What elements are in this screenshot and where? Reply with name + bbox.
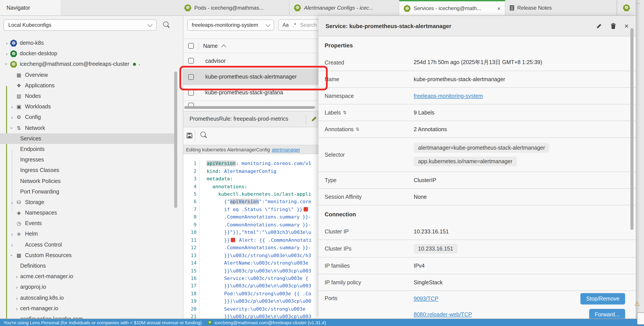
tab-alertmanager-configs-ice[interactable]: ☸Alertmanager Configs - icec...: [290, 0, 399, 15]
sidebar-item-events[interactable]: ◷Events: [0, 218, 174, 228]
sidebar-item-cert-manager-io[interactable]: ›cert-manager.io: [0, 303, 174, 314]
sidebar-item-overview[interactable]: ▦Overview: [0, 70, 174, 80]
chevron-collapsed-icon[interactable]: ›: [14, 284, 20, 290]
chevron-collapsed-icon[interactable]: ›: [14, 316, 20, 318]
stop-removebutton[interactable]: Stop/Remove: [580, 293, 625, 304]
tab-partial[interactable]: ☸: [617, 0, 636, 15]
regex-icon[interactable]: .*: [292, 22, 296, 28]
sidebar-item-config[interactable]: ›⚙Config: [0, 112, 174, 123]
sidebar-item-services[interactable]: Services: [0, 133, 174, 144]
line-code: }}\u003c/p\u003e\n\u003cp\u003: [200, 268, 311, 274]
namespace-link[interactable]: freeleaps-monitoring-system: [414, 93, 483, 99]
navigator-tab[interactable]: Navigator: [0, 0, 60, 15]
sidebar-item-acme-cert-manager-io[interactable]: ›acme.cert-manager.io: [0, 271, 174, 282]
alert-emoji-icon: [231, 238, 235, 242]
sidebar-item-applications[interactable]: ❖Applications: [0, 80, 174, 91]
sidebar-item-access-control[interactable]: ›Access Control: [0, 239, 174, 250]
drawer-row-labels: Labels⇅9 Labels: [318, 104, 636, 121]
sidebar-item-network[interactable]: ›⇅Network: [0, 123, 174, 133]
delete-trash-icon[interactable]: [610, 22, 616, 29]
chevron-collapsed-icon[interactable]: ›: [4, 51, 10, 56]
sidebar-item-icecheng-mathmast-com-freeleaps-cluster[interactable]: ›☸icecheng@mathmast.com@freeleaps-cluste…: [0, 59, 174, 70]
chevron-collapsed-icon[interactable]: ›: [14, 274, 20, 279]
edit-pencil-icon[interactable]: [310, 116, 318, 123]
kubeconfig-select[interactable]: Local Kubeconfigs: [4, 19, 156, 31]
port-link[interactable]: 8080:reloader-web/TCP: [414, 312, 472, 318]
open-cluster-chevron[interactable]: ›: [139, 62, 140, 67]
sidebar-item-network-policies[interactable]: Network Policies: [0, 176, 174, 186]
line-number: 1: [183, 160, 200, 168]
name-column-header[interactable]: Name: [203, 43, 218, 49]
chevron-expanded-icon[interactable]: ›: [10, 124, 15, 131]
port-link[interactable]: 9093/TCP: [414, 296, 438, 302]
sidebar-item-endpoints[interactable]: Endpoints: [0, 144, 174, 154]
sidebar-item-custom-resources[interactable]: ›▩Custom Resources: [0, 250, 174, 260]
tab-label: Release Notes: [517, 4, 552, 11]
sidebar-item-port-forwarding[interactable]: Port Forwarding: [0, 186, 174, 197]
sidebar-item-label: Events: [25, 220, 42, 226]
sidebar-item-storage[interactable]: ›⛁Storage: [0, 197, 174, 208]
chevron-collapsed-icon[interactable]: ›: [9, 115, 15, 120]
sidebar-item-workloads[interactable]: ›▣Workloads: [0, 101, 174, 112]
helm-icon: ⎈: [15, 231, 22, 237]
drawer-row-ports: Ports9093/TCPStop/Remove8080:reloader-we…: [318, 291, 636, 318]
toolbar-divider: [195, 130, 195, 141]
expand-toggle-icon[interactable]: ⇅: [343, 110, 347, 115]
sidebar-item-demo-k8s[interactable]: ›☸demo-k8s: [0, 38, 174, 48]
sidebar-item-argoproj-io[interactable]: ›argoproj.io: [0, 282, 174, 292]
lens-window: Navigator ☸Pods - icecheng@mathmas...☸Al…: [0, 0, 644, 326]
chevron-expanded-icon[interactable]: ›: [4, 61, 10, 68]
tab-label: Pods - icecheng@mathmas...: [194, 4, 264, 11]
chevron-collapsed-icon[interactable]: ›: [9, 232, 15, 237]
tab-services-icecheng-math-[interactable]: ☸Services - icecheng@math...×: [399, 0, 505, 15]
editor-search-icon[interactable]: [200, 132, 206, 137]
connected-status-dot: [133, 63, 136, 66]
line-number: 16: [183, 275, 200, 282]
chevron-collapsed-icon[interactable]: ›: [9, 242, 15, 247]
tab-pods-icecheng-mathmas-[interactable]: ☸Pods - icecheng@mathmas...: [180, 0, 290, 15]
close-icon[interactable]: ×: [624, 22, 629, 30]
expand-toggle-icon[interactable]: ⇅: [356, 127, 360, 132]
tab-release-notes[interactable]: Release Notes: [505, 0, 617, 15]
breadcrumb-resource-link[interactable]: alertmanager: [272, 147, 300, 152]
document-icon: [510, 5, 514, 10]
active-cluster-text[interactable]: icecheng@mathmast.com@freeleaps-cluster …: [214, 320, 326, 325]
select-all-checkbox[interactable]: [188, 43, 194, 49]
sidebar-item-configuration-konghq-com[interactable]: ›configuration.konghq.com: [0, 314, 174, 318]
drawer-scrollbar[interactable]: [630, 28, 634, 230]
edit-pencil-icon[interactable]: [596, 22, 602, 29]
horizontal-scrollbar[interactable]: [184, 106, 315, 108]
chevron-collapsed-icon[interactable]: ›: [4, 40, 10, 46]
match-case-icon[interactable]: Aa: [282, 22, 289, 28]
namespace-select[interactable]: freeleaps-monitoring-system: [187, 19, 274, 31]
kubernetes-icon: ☸: [10, 40, 17, 46]
save-icon[interactable]: [186, 132, 192, 139]
drawer-row-namespace: Namespacefreeleaps-monitoring-system: [318, 88, 636, 104]
sidebar-item-autoscaling-k8s-io[interactable]: ›autoscaling.k8s.io: [0, 292, 174, 303]
row-checkbox[interactable]: [188, 58, 194, 64]
forward-button[interactable]: Forward...: [589, 309, 625, 318]
sidebar-item-nodes[interactable]: ▥Nodes: [0, 91, 174, 101]
row-value: SingleStack: [414, 279, 443, 286]
sidebar-item-docker-desktop[interactable]: ›☸docker-desktop: [0, 48, 174, 59]
sidebar-scrollbar[interactable]: [174, 72, 177, 208]
sidebar-item-ingresses[interactable]: Ingresses: [0, 154, 174, 165]
chevron-collapsed-icon[interactable]: ›: [9, 200, 15, 205]
line-number: 19: [183, 298, 200, 305]
search-icon[interactable]: [163, 22, 168, 27]
sidebar-item-label: Services: [20, 136, 41, 142]
chevron-expanded-icon[interactable]: ›: [10, 252, 15, 259]
drawer-title: Service: kube-prometheus-stack-alertmana…: [326, 22, 452, 29]
chevron-collapsed-icon[interactable]: ›: [14, 306, 20, 311]
sidebar-item-namespaces[interactable]: ◈Namespaces: [0, 208, 174, 218]
details-drawer: Service: kube-prometheus-stack-alertmana…: [318, 16, 636, 318]
sort-ascending-icon[interactable]: [221, 44, 226, 49]
sidebar-item-helm[interactable]: ›⎈Helm: [0, 229, 174, 239]
tab-close-icon[interactable]: ×: [497, 5, 500, 12]
line-code: Pod:\u003c/strong\u003e {{ .Co: [200, 291, 311, 296]
chevron-collapsed-icon[interactable]: ›: [14, 295, 20, 300]
chevron-collapsed-icon[interactable]: ›: [9, 104, 15, 109]
row-checkbox[interactable]: [188, 90, 194, 96]
sidebar-item-definitions[interactable]: Definitions: [0, 260, 174, 271]
sidebar-item-ingress-classes[interactable]: Ingress Classes: [0, 165, 174, 176]
